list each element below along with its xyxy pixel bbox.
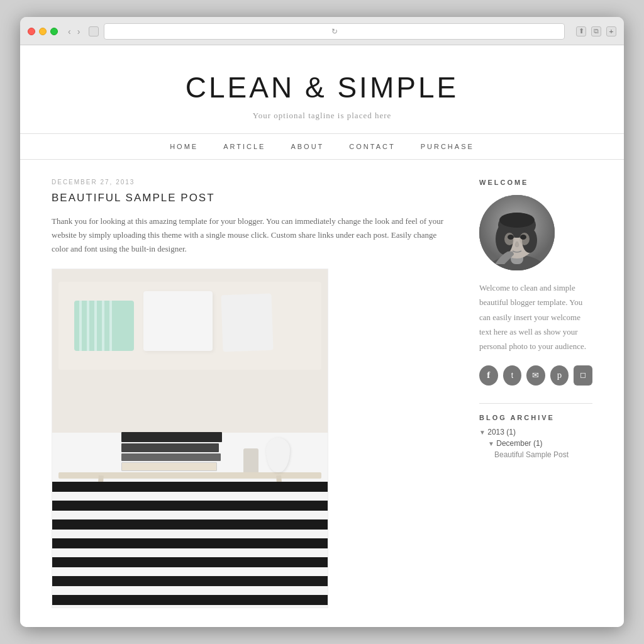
cup — [243, 448, 258, 472]
post-date: DECEMBER 27, 2013 — [52, 179, 454, 186]
minimize-button[interactable] — [39, 28, 47, 35]
post-title: BEAUTIFUL SAMPLE POST — [52, 192, 454, 204]
avatar-portrait — [479, 195, 555, 270]
svg-point-8 — [499, 213, 535, 228]
sofa-area — [52, 269, 328, 433]
forward-button[interactable]: › — [75, 26, 83, 36]
nav-buttons: ‹ › — [65, 26, 82, 36]
tab-copy-button[interactable]: ⧉ — [591, 26, 601, 36]
nav-purchase[interactable]: PURCHASE — [421, 143, 474, 150]
back-button[interactable]: ‹ — [65, 26, 74, 36]
blog-header: CLEAN & SIMPLE Your optional tagline is … — [20, 45, 624, 160]
archive-month[interactable]: ▼ December (1) — [488, 439, 592, 448]
share-button[interactable]: ⬆ — [576, 26, 586, 36]
address-bar[interactable]: ↻ — [104, 23, 565, 40]
pinterest-icon[interactable]: p — [550, 365, 569, 386]
nav-about[interactable]: ABOUT — [291, 143, 324, 150]
sidebar: WELCOME — [479, 179, 592, 608]
vase — [266, 438, 290, 472]
month-triangle-icon: ▼ — [488, 440, 494, 447]
main-content: DECEMBER 27, 2013 BEAUTIFUL SAMPLE POST … — [52, 179, 454, 608]
refresh-icon: ↻ — [331, 27, 338, 36]
browser-content: CLEAN & SIMPLE Your optional tagline is … — [20, 45, 624, 627]
year-triangle-icon: ▼ — [479, 429, 486, 436]
nav-contact[interactable]: CONTACT — [349, 143, 395, 150]
social-icons: f t ✉ p ◻ — [479, 365, 592, 386]
archive-title: BLOG ARCHIVE — [479, 403, 592, 421]
twitter-icon[interactable]: t — [503, 365, 522, 386]
avatar-container — [479, 195, 555, 270]
facebook-icon[interactable]: f — [479, 365, 498, 386]
white-pillow — [143, 291, 213, 351]
svg-point-11 — [508, 235, 514, 240]
blog-archive-section: BLOG ARCHIVE ▼ 2013 (1) ▼ December (1) B… — [479, 403, 592, 459]
traffic-lights — [28, 28, 58, 35]
instagram-icon[interactable]: ◻ — [574, 365, 592, 386]
rug — [52, 482, 328, 608]
welcome-section: WELCOME — [479, 179, 592, 386]
browser-window: ‹ › ↻ ⬆ ⧉ + CLEAN & SIMPLE Your optional… — [20, 17, 624, 627]
welcome-text: Welcome to clean and simple beautiful bl… — [479, 280, 592, 354]
email-icon[interactable]: ✉ — [526, 365, 545, 386]
sidebar-toggle[interactable] — [89, 26, 99, 36]
browser-actions: ⬆ ⧉ + — [575, 26, 616, 36]
new-tab-button[interactable]: + — [606, 26, 616, 36]
svg-point-12 — [520, 235, 526, 240]
blog-title: CLEAN & SIMPLE — [20, 70, 624, 104]
green-pillow — [74, 301, 134, 351]
blog-nav: HOME ARTICLE ABOUT CONTACT PURCHASE — [20, 133, 624, 159]
blog-tagline: Your optional tagline is placed here — [20, 111, 624, 121]
welcome-title: WELCOME — [479, 179, 592, 186]
browser-chrome: ‹ › ↻ ⬆ ⧉ + — [20, 17, 624, 45]
post-image — [52, 269, 328, 608]
nav-article[interactable]: ARTICLE — [223, 143, 265, 150]
archive-post[interactable]: Beautiful Sample Post — [494, 450, 592, 459]
blog-body: DECEMBER 27, 2013 BEAUTIFUL SAMPLE POST … — [20, 160, 624, 627]
nav-home[interactable]: HOME — [170, 143, 198, 150]
close-button[interactable] — [28, 28, 35, 35]
white-pillow-2 — [221, 294, 273, 352]
archive-year[interactable]: ▼ 2013 (1) — [479, 428, 592, 436]
fullscreen-button[interactable] — [50, 28, 58, 35]
post-body: Thank you for looking at this amazing te… — [52, 214, 454, 256]
books — [121, 432, 222, 472]
